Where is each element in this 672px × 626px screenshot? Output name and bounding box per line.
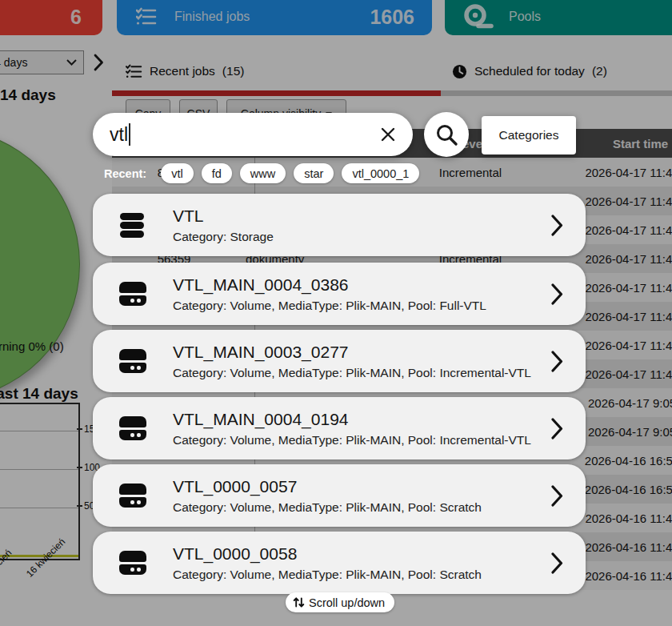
search-result-item[interactable]: VTL Category: Storage	[93, 194, 586, 256]
result-title: VTL_MAIN_0004_0386	[173, 275, 486, 295]
recent-searches: Recent: vtl fd www star vtl_0000_1	[104, 163, 419, 183]
chip-label: vtl	[171, 167, 183, 180]
tape-volume-icon	[118, 415, 147, 442]
search-result-item[interactable]: VTL_0000_0058 Category: Volume, MediaTyp…	[93, 532, 586, 594]
chip-label: fd	[212, 167, 222, 180]
close-icon	[380, 126, 396, 142]
result-text: VTL_MAIN_0004_0194 Category: Volume, Med…	[173, 410, 531, 447]
tape-volume-icon	[118, 347, 147, 375]
result-text: VTL Category: Storage	[173, 207, 274, 244]
result-subtitle: Category: Volume, MediaType: Plik-MAIN, …	[173, 433, 531, 447]
database-icon	[118, 211, 147, 239]
scroll-up-down-icon	[293, 596, 305, 608]
recent-chips: vtl fd www star vtl_0000_1	[161, 163, 419, 183]
result-text: VTL_MAIN_0004_0386 Category: Volume, Med…	[173, 275, 486, 313]
search-result-item[interactable]: VTL_MAIN_0004_0386 Category: Volume, Med…	[93, 263, 586, 325]
result-subtitle: Category: Storage	[173, 230, 274, 244]
chip-label: www	[250, 167, 275, 180]
chip-label: star	[304, 167, 323, 180]
categories-button[interactable]: Categories	[482, 116, 576, 154]
scroll-hint-badge[interactable]: Scroll up/down	[286, 592, 394, 612]
tape-volume-icon	[118, 549, 147, 576]
search-results-list: VTL Category: Storage VTL_MAIN_0004_0386	[93, 194, 586, 599]
result-title: VTL_MAIN_0004_0194	[173, 410, 531, 429]
text-cursor	[129, 123, 130, 146]
tape-volume-icon	[118, 482, 147, 509]
search-query-text: vtl	[110, 124, 128, 146]
chevron-right-icon	[551, 418, 563, 439]
recent-search-chip[interactable]: vtl_0000_1	[342, 163, 419, 183]
app-screen: 6 Finished jobs 1606 Pools	[0, 0, 672, 626]
result-title: VTL_0000_0058	[173, 544, 482, 564]
chevron-right-icon	[551, 215, 563, 236]
search-result-item[interactable]: VTL_MAIN_0003_0277 Category: Volume, Med…	[93, 330, 586, 392]
result-subtitle: Category: Volume, MediaType: Plik-MAIN, …	[173, 366, 531, 380]
chevron-right-icon	[551, 485, 563, 507]
recent-search-chip[interactable]: vtl	[161, 163, 194, 183]
result-title: VTL_0000_0057	[173, 477, 482, 496]
result-title: VTL_MAIN_0003_0277	[173, 343, 531, 362]
chevron-right-icon	[551, 283, 563, 305]
clear-search-button[interactable]	[378, 124, 398, 145]
result-text: VTL_MAIN_0003_0277 Category: Volume, Med…	[173, 343, 531, 380]
recent-label: Recent:	[104, 167, 146, 180]
recent-search-chip[interactable]: star	[294, 163, 334, 183]
scroll-hint-label: Scroll up/down	[309, 596, 385, 609]
search-result-item[interactable]: VTL_0000_0057 Category: Volume, MediaTyp…	[93, 464, 586, 527]
search-result-item[interactable]: VTL_MAIN_0004_0194 Category: Volume, Med…	[93, 397, 586, 459]
search-icon	[434, 122, 458, 146]
recent-search-chip[interactable]: fd	[202, 163, 232, 183]
tape-volume-icon	[118, 280, 147, 307]
categories-button-label: Categories	[499, 128, 559, 142]
result-subtitle: Category: Volume, MediaType: Plik-MAIN, …	[173, 299, 486, 313]
result-text: VTL_0000_0057 Category: Volume, MediaTyp…	[173, 477, 482, 515]
search-input[interactable]: vtl	[93, 113, 413, 156]
chevron-right-icon	[551, 552, 563, 574]
result-subtitle: Category: Volume, MediaType: Plik-MAIN, …	[173, 568, 482, 582]
result-subtitle: Category: Volume, MediaType: Plik-MAIN, …	[173, 500, 482, 515]
result-text: VTL_0000_0058 Category: Volume, MediaTyp…	[173, 544, 482, 582]
chip-label: vtl_0000_1	[352, 167, 409, 180]
search-submit-button[interactable]	[424, 112, 469, 157]
chevron-right-icon	[551, 351, 563, 372]
recent-search-chip[interactable]: www	[240, 163, 286, 183]
result-title: VTL	[173, 207, 274, 226]
